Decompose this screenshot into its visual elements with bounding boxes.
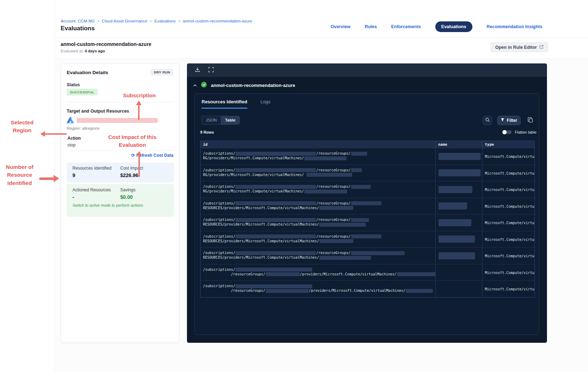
redacted-block — [351, 185, 371, 189]
path-text: /resourceGroups/ — [316, 251, 350, 255]
name-cell — [436, 198, 482, 215]
nav-enforcements[interactable]: Enforcements — [391, 24, 421, 29]
annotation-resources-identified: Number of Resource identified — [1, 163, 38, 187]
id-cell: /subscriptions//resourceGroups/RESOURCES… — [201, 198, 436, 215]
id-line: /subscriptions/ — [203, 284, 432, 288]
table-row: /subscriptions//resourceGroups/RESOURCES… — [201, 214, 534, 231]
annotation-selected-region: Selected Region — [3, 119, 41, 135]
breadcrumb-cloud-asset-governance[interactable]: Cloud Asset Governance — [102, 19, 147, 23]
tab-logs[interactable]: Logs — [260, 99, 270, 109]
redacted-block — [266, 289, 309, 293]
results-header: anmol-custom-recommendation-azure — [187, 77, 547, 93]
breadcrumb-evaluation-name[interactable]: anmol-custom-recommendation-azure — [183, 19, 252, 23]
breadcrumb-evaluations[interactable]: Evaluations — [154, 19, 176, 23]
path-text: /subscriptions/ — [203, 201, 235, 205]
tab-resources-identified[interactable]: Resources Identified — [202, 99, 247, 109]
savings-label: Savings — [120, 187, 136, 192]
breadcrumb-account[interactable]: Account: CCM-NG — [61, 19, 95, 23]
id-line: /subscriptions//resourceGroups/ — [203, 184, 432, 189]
savings-value: $0.00 — [120, 194, 136, 200]
divider — [67, 102, 174, 102]
column-header-type: type — [482, 141, 534, 148]
name-cell — [436, 231, 482, 248]
table-row: /subscriptions//resourceGroups/RESOURCES… — [201, 198, 534, 215]
path-text: RG/providers/Microsoft.Compute/virtualMa… — [203, 156, 304, 160]
flatten-table-toggle[interactable]: Flatten table — [502, 130, 537, 134]
search-icon — [485, 118, 490, 123]
path-text: RESOURCES/providers/Microsoft.Compute/vi… — [203, 255, 319, 259]
evaluated-at-label: Evaluated at: — [61, 49, 83, 53]
type-cell: Microsoft.Compute/virtu — [482, 148, 534, 165]
top-nav: Overview Rules Enforcements Evaluations … — [331, 21, 542, 32]
redacted-block — [266, 272, 300, 276]
redacted-block — [439, 169, 481, 176]
collapse-button[interactable] — [193, 83, 197, 88]
fullscreen-button[interactable] — [208, 67, 214, 73]
type-cell: Microsoft.Compute/virtu — [482, 281, 534, 297]
nav-overview[interactable]: Overview — [331, 24, 351, 29]
resources-arrow-head — [54, 175, 59, 182]
external-link-icon — [539, 45, 543, 50]
evaluation-details-card: Evaluation Details DRY RUN Status SUCCES… — [61, 63, 179, 343]
redacted-block — [319, 206, 353, 210]
open-rule-editor-label: Open in Rule Editor — [495, 45, 537, 50]
fullscreen-icon — [208, 67, 214, 73]
view-mode-json[interactable]: JSON — [202, 116, 221, 124]
id-line: /subscriptions//resourceGroups/ — [203, 217, 432, 222]
redacted-block — [351, 152, 367, 156]
path-text: /resourceGroups/ — [316, 185, 350, 188]
id-line: RESOURCES/providers/Microsoft.Compute/vi… — [203, 206, 432, 210]
nav-recommendation-insights[interactable]: Recommendation Insights — [487, 24, 542, 29]
results-toolbar — [187, 63, 547, 77]
results-evaluation-title: anmol-custom-recommendation-azure — [211, 83, 295, 88]
path-text: /subscriptions/ — [203, 284, 235, 288]
redacted-block — [235, 218, 316, 222]
id-line: RESOURCES/providers/Microsoft.Compute/vi… — [203, 255, 432, 260]
action-label: Action — [67, 136, 81, 141]
selected-region-arrow-line — [44, 133, 67, 135]
download-button[interactable] — [194, 67, 201, 74]
divider — [67, 150, 174, 151]
id-line: RG/providers/Microsoft.Compute/virtualMa… — [203, 189, 432, 193]
breadcrumb-separator: > — [97, 19, 99, 23]
redacted-block — [235, 234, 316, 238]
id-line: /resourceGroups//providers/Microsoft.Com… — [203, 288, 432, 293]
resources-arrow-line — [39, 177, 54, 180]
search-button[interactable] — [483, 116, 492, 125]
name-cell — [436, 181, 482, 198]
evaluated-at-value: 4 days ago — [85, 49, 105, 53]
copy-button[interactable] — [526, 116, 534, 125]
active-mode-note: Switch to active mode to perform actions — [72, 203, 143, 208]
actioned-resources-label: Actioned Resources — [72, 187, 111, 192]
nav-evaluations[interactable]: Evaluations — [435, 21, 472, 32]
download-icon — [194, 67, 201, 74]
view-mode-table[interactable]: Table — [221, 116, 239, 124]
evaluated-at: Evaluated at: 4 days ago — [61, 49, 105, 53]
redacted-block — [235, 251, 316, 255]
path-text: /subscriptions/ — [203, 151, 235, 155]
actioned-resources-value: - — [72, 194, 111, 200]
filter-icon — [501, 118, 505, 123]
filter-button[interactable]: Filter — [497, 116, 521, 125]
path-text: RG/providers/Microsoft.Compute/virtualMa… — [203, 189, 304, 193]
open-rule-editor-button[interactable]: Open in Rule Editor — [491, 42, 548, 52]
redacted-block — [235, 284, 312, 288]
id-cell: /subscriptions//resourceGroups/RG/provid… — [201, 165, 436, 181]
id-line: RESOURCES/providers/Microsoft.Compute/vi… — [203, 239, 432, 243]
table-row: /subscriptions//resourceGroups/RG/provid… — [201, 181, 534, 198]
results-table: id name type /subscriptions//resourceGro… — [200, 141, 535, 298]
action-value: stop — [67, 143, 76, 148]
page: Account: CCM-NG > Cloud Asset Governance… — [0, 0, 588, 372]
redacted-block — [351, 234, 381, 238]
evaluation-name-title: anmol-custom-recommendation-azure — [61, 41, 151, 47]
chevron-up-icon — [193, 83, 197, 88]
path-text: /resourceGroups/ — [316, 218, 350, 222]
redacted-block — [306, 173, 352, 177]
nav-rules[interactable]: Rules — [365, 24, 377, 29]
path-text: /resourceGroups/ — [316, 151, 350, 155]
name-cell — [436, 148, 482, 165]
redacted-block — [439, 236, 475, 243]
id-line: RG/providers/Microsoft.Compute/virtualMa… — [203, 172, 432, 177]
id-cell: /subscriptions//resourceGroups/RESOURCES… — [201, 248, 436, 264]
redacted-block — [439, 153, 481, 160]
